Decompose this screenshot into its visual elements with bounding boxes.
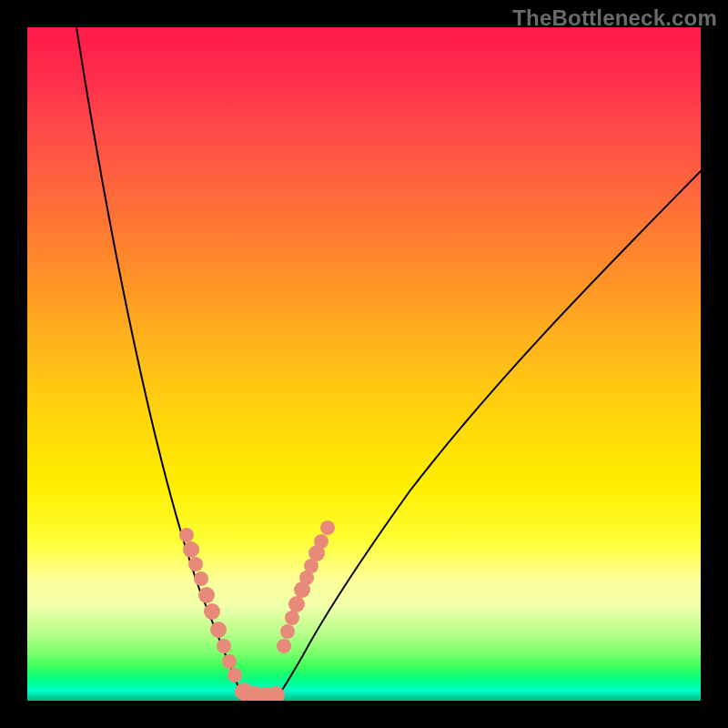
data-point <box>222 654 237 669</box>
data-point <box>183 541 199 558</box>
data-point <box>188 557 203 571</box>
dots-left-group <box>179 528 242 682</box>
data-point <box>320 521 335 535</box>
data-point <box>217 639 231 653</box>
data-point <box>277 639 291 653</box>
data-point <box>280 624 295 639</box>
data-point <box>194 571 208 586</box>
data-point <box>285 611 299 625</box>
data-point <box>294 581 310 598</box>
data-point <box>204 603 220 620</box>
dots-bottom-group <box>235 682 285 701</box>
data-point <box>288 596 305 612</box>
data-point <box>210 622 227 638</box>
data-point <box>198 587 215 603</box>
curve-svg <box>27 27 701 701</box>
plot-area <box>27 27 701 701</box>
data-point <box>228 668 242 682</box>
left-curve <box>76 27 245 699</box>
data-point <box>179 528 194 542</box>
chart-container: TheBottleneck.com <box>0 0 728 728</box>
dots-right-group <box>277 521 335 653</box>
right-curve <box>278 171 701 695</box>
